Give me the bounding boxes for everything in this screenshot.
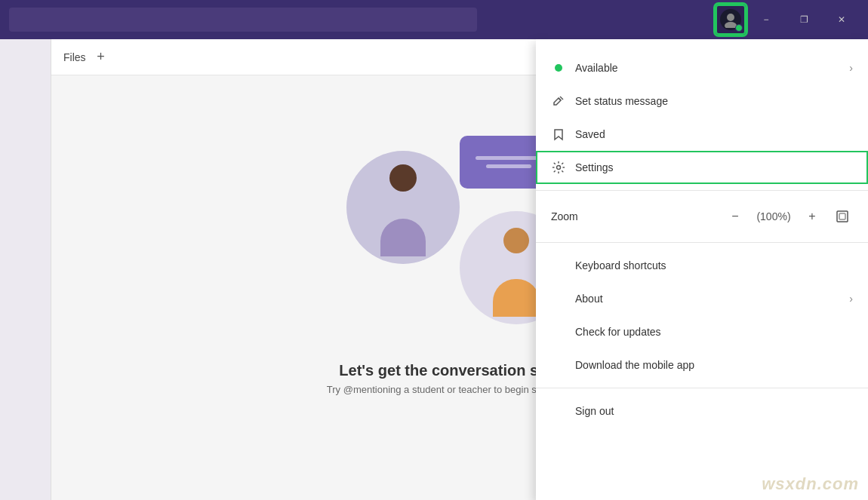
menu-item-available[interactable]: Available › [536, 51, 868, 84]
sidebar [0, 39, 51, 500]
saved-label: Saved [575, 128, 853, 140]
download-mobile-icon [551, 357, 566, 373]
keyboard-shortcuts-label: Keyboard shortcuts [575, 259, 853, 271]
files-label: Files [63, 51, 86, 63]
check-updates-icon [551, 324, 566, 339]
zoom-fit-button[interactable] [832, 206, 853, 227]
divider-3 [536, 388, 868, 388]
title-bar-actions: − ❐ ✕ [716, 0, 859, 39]
settings-icon [551, 160, 566, 175]
zoom-label: Zoom [551, 210, 716, 222]
avatar-button[interactable] [716, 5, 746, 35]
menu-item-settings[interactable]: Settings [536, 151, 868, 184]
menu-item-set-status[interactable]: Set status message [536, 84, 868, 118]
divider-2 [536, 242, 868, 243]
keyboard-shortcuts-icon [551, 258, 566, 273]
menu-item-about[interactable]: About › [536, 282, 868, 315]
bubble-line-2 [486, 164, 532, 168]
dropdown-overlay: Available › Set status message Saved [536, 39, 868, 500]
available-label: Available [575, 62, 840, 74]
close-button[interactable]: ✕ [824, 0, 859, 39]
add-button[interactable]: + [92, 48, 110, 66]
minimize-button[interactable]: − [749, 0, 783, 39]
about-label: About [575, 293, 840, 305]
zoom-row: Zoom − (100%) + [536, 197, 868, 236]
zoom-increase-button[interactable]: + [802, 206, 823, 227]
avatar-status-dot [735, 24, 743, 32]
download-mobile-label: Download the mobile app [575, 359, 853, 371]
sign-out-label: Sign out [575, 405, 853, 417]
menu-item-saved[interactable]: Saved [536, 118, 868, 151]
settings-label: Settings [575, 161, 853, 173]
dropdown-menu: Available › Set status message Saved [536, 39, 868, 500]
title-bar: − ❐ ✕ [0, 0, 868, 39]
menu-item-sign-out[interactable]: Sign out [536, 394, 868, 428]
status-dot-icon [555, 64, 562, 72]
menu-item-keyboard-shortcuts[interactable]: Keyboard shortcuts [536, 249, 868, 282]
saved-icon [551, 127, 566, 142]
person-circle-1 [346, 151, 460, 264]
sign-out-icon [551, 403, 566, 419]
menu-item-check-updates[interactable]: Check for updates [536, 315, 868, 348]
search-input[interactable] [9, 8, 477, 32]
about-icon [551, 291, 566, 306]
watermark: wsxdn.com [762, 474, 859, 494]
check-updates-label: Check for updates [575, 326, 853, 338]
svg-rect-4 [839, 213, 845, 219]
svg-rect-3 [837, 211, 848, 222]
maximize-button[interactable]: ❐ [786, 0, 821, 39]
chevron-right-icon: › [849, 62, 853, 74]
about-chevron-icon: › [849, 293, 853, 305]
svg-point-0 [727, 14, 734, 21]
svg-point-2 [557, 166, 561, 170]
set-status-label: Set status message [575, 95, 853, 107]
zoom-decrease-button[interactable]: − [725, 206, 746, 227]
available-icon [551, 60, 566, 75]
set-status-icon [551, 94, 566, 109]
bubble-line-1 [476, 156, 542, 160]
zoom-value: (100%) [755, 210, 793, 222]
menu-item-download-mobile[interactable]: Download the mobile app [536, 348, 868, 382]
divider-1 [536, 190, 868, 191]
